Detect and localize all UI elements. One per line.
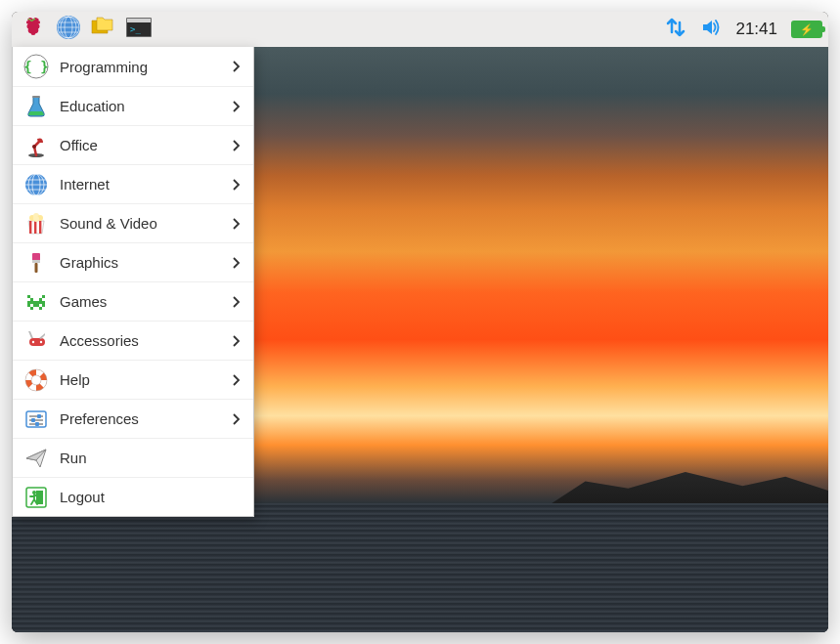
svg-point-43: [32, 340, 34, 342]
menu-item-label: Internet: [60, 176, 228, 193]
svg-point-28: [33, 216, 39, 222]
menu-item-label: Programming: [60, 59, 228, 75]
menu-item-education[interactable]: Education: [13, 86, 253, 125]
svg-rect-24: [39, 221, 41, 234]
svg-rect-13: [32, 96, 40, 98]
folders-icon: [90, 16, 117, 43]
lifebuoy-icon: [22, 366, 50, 394]
svg-text:>_: >_: [130, 24, 141, 34]
braces-icon: { }: [22, 53, 50, 80]
menu-item-office[interactable]: Office: [13, 125, 253, 164]
svg-rect-9: [127, 19, 151, 22]
svg-rect-33: [42, 295, 45, 298]
flask-icon: [22, 93, 50, 120]
svg-rect-31: [35, 263, 38, 273]
chevron-right-icon: [228, 333, 243, 349]
svg-rect-35: [39, 298, 42, 301]
chevron-right-icon: [228, 99, 243, 114]
menu-item-programming[interactable]: { } Programming: [13, 47, 253, 86]
globe-icon: [56, 15, 81, 44]
svg-rect-39: [42, 304, 45, 307]
menu-item-label: Logout: [60, 489, 243, 505]
start-menu-button[interactable]: [18, 15, 49, 44]
chevron-right-icon: [228, 372, 243, 388]
battery-indicator[interactable]: ⚡: [791, 21, 822, 38]
terminal-icon: >_: [125, 16, 153, 43]
svg-rect-34: [30, 298, 33, 301]
svg-rect-40: [30, 307, 33, 310]
application-menu: { } Programming Education: [12, 47, 254, 517]
taskbar: >_: [12, 12, 828, 47]
sliders-icon: [22, 406, 50, 433]
menu-item-label: Accessories: [60, 332, 228, 349]
wallpaper-detail: [543, 462, 828, 509]
volume-indicator[interactable]: [700, 17, 722, 42]
menu-item-run[interactable]: Run: [13, 438, 253, 477]
terminal-launcher[interactable]: >_: [123, 15, 155, 44]
taskbar-clock[interactable]: 21:41: [735, 20, 777, 39]
svg-rect-32: [27, 295, 30, 298]
web-browser-launcher[interactable]: [53, 15, 84, 44]
menu-item-label: Sound & Video: [60, 215, 228, 232]
menu-item-label: Run: [60, 450, 243, 466]
svg-rect-23: [34, 221, 36, 234]
menu-item-logout[interactable]: Logout: [13, 477, 253, 516]
svg-text:{ }: { }: [23, 59, 48, 74]
menu-item-label: Games: [60, 293, 228, 310]
chevron-right-icon: [228, 216, 243, 232]
svg-rect-42: [29, 338, 45, 346]
menu-item-sound-video[interactable]: Sound & Video: [13, 203, 253, 242]
svg-rect-57: [36, 491, 43, 504]
menu-item-internet[interactable]: Internet: [13, 164, 253, 203]
chevron-right-icon: [228, 294, 243, 310]
wallpaper-detail: [12, 503, 828, 632]
space-invader-icon: [22, 288, 50, 316]
popcorn-icon: [22, 210, 50, 237]
menu-item-graphics[interactable]: Graphics: [13, 242, 253, 281]
svg-rect-22: [29, 221, 31, 234]
battery-charging-icon: ⚡: [791, 21, 822, 38]
menu-item-accessories[interactable]: Accessories: [13, 321, 253, 360]
raspberry-icon: [22, 16, 45, 43]
chevron-right-icon: [228, 138, 243, 153]
svg-rect-30: [32, 260, 40, 263]
desktop-window: >_: [12, 12, 828, 632]
menu-item-label: Education: [60, 98, 228, 114]
taskbar-right: 21:41 ⚡: [665, 17, 822, 42]
menu-item-help[interactable]: Help: [13, 360, 253, 399]
menu-item-preferences[interactable]: Preferences: [13, 399, 253, 438]
swiss-knife-icon: [22, 327, 50, 355]
svg-rect-54: [31, 418, 35, 422]
menu-item-label: Graphics: [60, 254, 228, 271]
speaker-icon: [700, 24, 722, 41]
network-updown-icon: [665, 24, 686, 41]
svg-rect-55: [35, 422, 39, 426]
file-manager-launcher[interactable]: [88, 15, 119, 44]
svg-rect-36: [27, 301, 45, 304]
desk-lamp-icon: [22, 132, 50, 159]
network-indicator[interactable]: [665, 17, 686, 42]
exit-icon: [22, 484, 50, 511]
menu-item-games[interactable]: Games: [13, 281, 253, 321]
menu-item-label: Preferences: [60, 410, 228, 427]
paper-plane-icon: [22, 445, 50, 472]
chevron-right-icon: [228, 411, 243, 427]
menu-item-label: Help: [60, 371, 228, 388]
chevron-right-icon: [228, 177, 243, 193]
taskbar-left: >_: [18, 15, 155, 44]
svg-rect-37: [27, 304, 30, 307]
menu-item-label: Office: [60, 137, 228, 153]
paintbrush-icon: [22, 249, 50, 277]
globe-icon: [22, 171, 50, 198]
chevron-right-icon: [228, 59, 243, 74]
svg-rect-53: [37, 414, 41, 418]
svg-point-44: [40, 340, 42, 342]
svg-point-15: [32, 145, 36, 149]
svg-rect-38: [33, 304, 39, 307]
chevron-right-icon: [228, 255, 243, 271]
svg-rect-41: [39, 307, 42, 310]
